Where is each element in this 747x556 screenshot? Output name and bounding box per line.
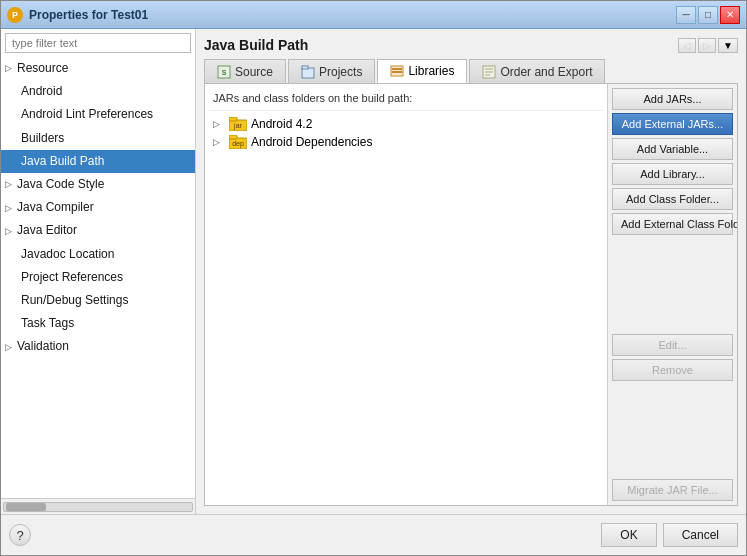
sidebar-item-label: Run/Debug Settings	[21, 291, 128, 310]
sidebar-item-task-tags[interactable]: Task Tags	[1, 312, 195, 335]
left-panel: ▷ Resource Android Android Lint Preferen…	[1, 29, 196, 514]
tab-libraries-label: Libraries	[408, 64, 454, 78]
tab-libraries[interactable]: Libraries	[377, 59, 467, 83]
tree-area: ▷ Resource Android Android Lint Preferen…	[1, 57, 195, 498]
expand-arrow: ▷	[5, 201, 17, 215]
expand-arrow: ▷	[5, 224, 17, 238]
android-deps-icon: dep	[229, 135, 247, 149]
svg-text:dep: dep	[232, 140, 244, 148]
svg-text:S: S	[222, 69, 227, 76]
svg-rect-6	[392, 71, 402, 73]
right-header: Java Build Path ◁ ▷ ▼	[204, 37, 738, 53]
buttons-panel: Add JARs... Add External JARs... Add Var…	[607, 84, 737, 505]
list-area: JARs and class folders on the build path…	[205, 84, 607, 505]
list-item-label: Android Dependencies	[251, 135, 372, 149]
window-title: Properties for Test01	[29, 8, 676, 22]
right-panel: Java Build Path ◁ ▷ ▼ S Source	[196, 29, 746, 514]
properties-window: P Properties for Test01 ─ □ ✕ ▷ Resource…	[0, 0, 747, 556]
filter-input[interactable]	[5, 33, 191, 53]
add-library-button[interactable]: Add Library...	[612, 163, 733, 185]
expand-arrow: ▷	[5, 177, 17, 191]
dialog-buttons: OK Cancel	[601, 523, 738, 547]
help-button[interactable]: ?	[9, 524, 31, 546]
sidebar-item-label: Builders	[21, 129, 64, 148]
tab-source-label: Source	[235, 65, 273, 79]
list-description: JARs and class folders on the build path…	[209, 88, 603, 111]
sidebar-item-java-build-path[interactable]: Java Build Path	[1, 150, 195, 173]
minimize-button[interactable]: ─	[676, 6, 696, 24]
svg-text:jar: jar	[233, 122, 242, 130]
sidebar-item-android[interactable]: Android	[1, 80, 195, 103]
list-item[interactable]: ▷ dep Android Dependencies	[209, 133, 603, 151]
add-external-jars-button[interactable]: Add External JARs...	[612, 113, 733, 135]
spacer	[612, 384, 733, 477]
sidebar-item-label: Java Build Path	[21, 152, 104, 171]
sidebar-item-label: Android Lint Preferences	[21, 105, 153, 124]
list-item[interactable]: ▷ jar Android 4.2	[209, 115, 603, 133]
tab-projects[interactable]: Projects	[288, 59, 375, 83]
tab-order-export-label: Order and Export	[500, 65, 592, 79]
add-class-folder-button[interactable]: Add Class Folder...	[612, 188, 733, 210]
expand-icon: ▷	[213, 137, 229, 147]
folder-icon: jar	[229, 117, 247, 131]
sidebar-item-run-debug[interactable]: Run/Debug Settings	[1, 289, 195, 312]
sidebar-item-project-references[interactable]: Project References	[1, 266, 195, 289]
libraries-tab-icon	[390, 64, 404, 78]
sidebar-item-builders[interactable]: Builders	[1, 127, 195, 150]
sidebar-item-java-editor[interactable]: ▷ Java Editor	[1, 219, 195, 242]
sidebar-item-label: Java Compiler	[17, 198, 94, 217]
tab-order-export[interactable]: Order and Export	[469, 59, 605, 83]
svg-rect-12	[229, 117, 237, 121]
spacer	[612, 238, 733, 331]
sidebar-item-resource[interactable]: ▷ Resource	[1, 57, 195, 80]
title-controls: ─ □ ✕	[676, 6, 740, 24]
sidebar-item-label: Validation	[17, 337, 69, 356]
right-panel-title: Java Build Path	[204, 37, 308, 53]
bottom-bar: ? OK Cancel	[1, 514, 746, 555]
ok-button[interactable]: OK	[601, 523, 656, 547]
order-export-tab-icon	[482, 65, 496, 79]
scrollbar-thumb	[6, 503, 46, 511]
nav-back-button[interactable]: ◁	[678, 38, 696, 53]
sidebar-item-label: Project References	[21, 268, 123, 287]
tab-projects-label: Projects	[319, 65, 362, 79]
sidebar-item-label: Resource	[17, 59, 68, 78]
horizontal-scrollbar[interactable]	[3, 502, 193, 512]
content-area: ▷ Resource Android Android Lint Preferen…	[1, 29, 746, 514]
expand-arrow: ▷	[5, 340, 17, 354]
svg-rect-15	[229, 135, 237, 139]
sidebar-item-label: Task Tags	[21, 314, 74, 333]
cancel-button[interactable]: Cancel	[663, 523, 738, 547]
sidebar-item-java-compiler[interactable]: ▷ Java Compiler	[1, 196, 195, 219]
horizontal-scrollbar-area	[1, 498, 195, 514]
sidebar-item-label: Java Editor	[17, 221, 77, 240]
sidebar-item-java-code-style[interactable]: ▷ Java Code Style	[1, 173, 195, 196]
remove-button[interactable]: Remove	[612, 359, 733, 381]
main-content-area: JARs and class folders on the build path…	[204, 83, 738, 506]
maximize-button[interactable]: □	[698, 6, 718, 24]
add-variable-button[interactable]: Add Variable...	[612, 138, 733, 160]
sidebar-item-android-lint[interactable]: Android Lint Preferences	[1, 103, 195, 126]
edit-button[interactable]: Edit...	[612, 334, 733, 356]
svg-rect-5	[392, 68, 402, 70]
expand-arrow: ▷	[5, 61, 17, 75]
list-item-label: Android 4.2	[251, 117, 312, 131]
migrate-jar-button[interactable]: Migrate JAR File...	[612, 479, 733, 501]
tab-source[interactable]: S Source	[204, 59, 286, 83]
nav-arrows: ◁ ▷ ▼	[678, 38, 738, 53]
expand-icon: ▷	[213, 119, 229, 129]
sidebar-item-validation[interactable]: ▷ Validation	[1, 335, 195, 358]
sidebar-item-label: Javadoc Location	[21, 245, 114, 264]
nav-forward-button[interactable]: ▷	[698, 38, 716, 53]
sidebar-item-label: Android	[21, 82, 62, 101]
source-tab-icon: S	[217, 65, 231, 79]
add-ext-class-folder-button[interactable]: Add External Class Folder...	[612, 213, 733, 235]
sidebar-item-javadoc-location[interactable]: Javadoc Location	[1, 243, 195, 266]
projects-tab-icon	[301, 65, 315, 79]
nav-menu-button[interactable]: ▼	[718, 38, 738, 53]
window-icon: P	[7, 7, 23, 23]
add-jars-button[interactable]: Add JARs...	[612, 88, 733, 110]
tabs-container: S Source Projects	[204, 59, 738, 83]
close-button[interactable]: ✕	[720, 6, 740, 24]
title-bar: P Properties for Test01 ─ □ ✕	[1, 1, 746, 29]
